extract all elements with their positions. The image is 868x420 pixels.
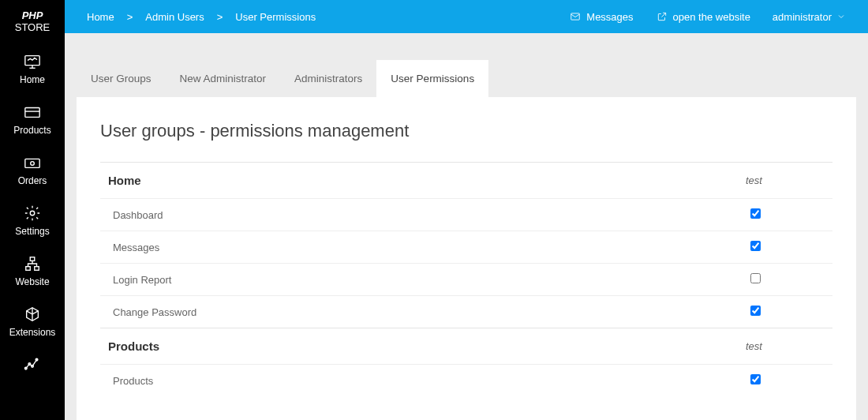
tab-administrators[interactable]: Administrators: [280, 60, 376, 97]
stats-icon: [21, 357, 43, 373]
svg-rect-6: [30, 257, 35, 261]
permission-checkbox[interactable]: [750, 374, 761, 384]
permissions-table: HometestDashboardMessagesLogin ReportCha…: [100, 162, 832, 396]
sidebar-item-label: Website: [15, 276, 49, 287]
svg-rect-1: [25, 108, 39, 118]
permission-label: Dashboard: [100, 199, 738, 231]
sidebar: PHP STORE HomeProductsOrdersSettingsWebs…: [0, 0, 65, 420]
permission-label: Login Report: [100, 264, 738, 296]
sidebar-item-label: Home: [20, 74, 45, 85]
sidebar-item-home[interactable]: Home: [0, 43, 65, 93]
breadcrumb-link[interactable]: User Permissions: [235, 11, 316, 23]
sidebar-item-extensions[interactable]: Extensions: [0, 295, 65, 346]
svg-rect-13: [571, 13, 580, 20]
column-label: test: [738, 163, 832, 199]
svg-point-5: [30, 211, 35, 216]
permission-label: Messages: [100, 231, 738, 264]
sidebar-item-products[interactable]: Products: [0, 93, 65, 144]
permission-row: Login Report: [100, 264, 832, 296]
section-header: Productstest: [100, 328, 832, 365]
breadcrumb-link[interactable]: Admin Users: [145, 11, 204, 23]
sidebar-item-stats[interactable]: [0, 346, 65, 381]
permission-checkbox[interactable]: [750, 241, 761, 251]
messages-icon: [569, 11, 582, 22]
column-label: test: [738, 328, 832, 365]
svg-rect-8: [35, 267, 39, 271]
permission-row: Products: [100, 365, 832, 397]
breadcrumb-link[interactable]: Home: [87, 11, 114, 23]
section-title: Home: [100, 163, 738, 199]
breadcrumb-separator: >: [127, 11, 133, 23]
sidebar-item-label: Orders: [18, 175, 47, 186]
permission-label: Change Password: [100, 296, 738, 328]
sidebar-item-label: Extensions: [9, 327, 56, 338]
sidebar-item-website[interactable]: Website: [0, 245, 65, 295]
user-menu[interactable]: administrator: [773, 11, 846, 23]
sitemap-icon: [21, 256, 43, 272]
svg-rect-3: [25, 159, 39, 167]
chevron-down-icon: [836, 12, 846, 21]
page-title: User groups - permissions management: [100, 121, 832, 141]
messages-link[interactable]: Messages: [569, 11, 633, 23]
cube-icon: [21, 306, 43, 322]
permission-checkbox[interactable]: [750, 208, 761, 219]
breadcrumb-separator: >: [217, 11, 223, 23]
tabs: User GroupsNew AdministratorAdministrato…: [77, 60, 856, 97]
gear-icon: [21, 205, 43, 221]
sidebar-item-label: Products: [13, 125, 51, 136]
cash-icon: [21, 155, 43, 171]
permission-row: Dashboard: [100, 199, 832, 231]
open-website-link[interactable]: open the website: [656, 11, 750, 23]
svg-rect-7: [26, 267, 31, 271]
main: Home>Admin Users>User Permissions Messag…: [65, 0, 868, 420]
brand-logo: PHP STORE: [0, 0, 65, 43]
tab-user-permissions[interactable]: User Permissions: [376, 60, 488, 97]
tab-new-administrator[interactable]: New Administrator: [166, 60, 281, 97]
section-header: Hometest: [100, 163, 832, 199]
sidebar-item-orders[interactable]: Orders: [0, 144, 65, 194]
external-link-icon: [656, 11, 668, 22]
sidebar-item-label: Settings: [15, 226, 49, 237]
permission-row: Change Password: [100, 296, 832, 328]
topbar: Home>Admin Users>User Permissions Messag…: [65, 0, 868, 33]
breadcrumb: Home>Admin Users>User Permissions: [87, 11, 316, 23]
permission-checkbox[interactable]: [750, 306, 761, 316]
card-icon: [21, 104, 43, 120]
section-title: Products: [100, 328, 738, 365]
permission-checkbox[interactable]: [750, 273, 761, 283]
content-panel: User GroupsNew AdministratorAdministrato…: [77, 60, 856, 420]
tab-user-groups[interactable]: User Groups: [77, 60, 166, 97]
permission-label: Products: [100, 365, 738, 397]
monitor-icon: [21, 54, 43, 69]
svg-point-4: [31, 162, 35, 166]
sidebar-item-settings[interactable]: Settings: [0, 194, 65, 245]
permission-row: Messages: [100, 231, 832, 264]
